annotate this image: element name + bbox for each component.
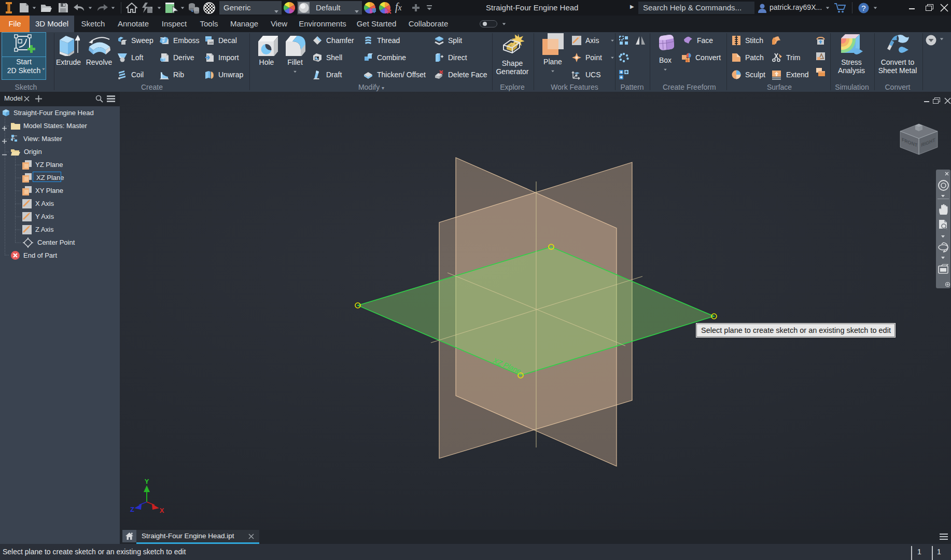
svg-text:Z: Z [130, 506, 134, 513]
svg-text:?: ? [861, 4, 865, 12]
svg-text:X: X [160, 507, 164, 514]
svg-text:Y: Y [145, 478, 149, 485]
